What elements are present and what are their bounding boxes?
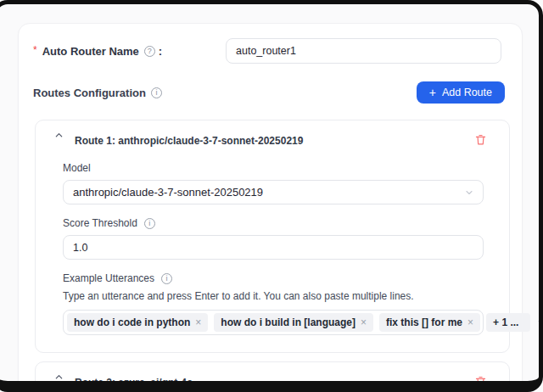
question-circle-icon[interactable]: ? xyxy=(144,46,155,57)
tag-remove-icon[interactable]: × xyxy=(195,316,201,328)
utterance-tag-label: how do i build in [language] xyxy=(221,316,355,328)
info-circle-icon[interactable]: i xyxy=(144,218,155,229)
example-utterances-label-text: Example Utterances xyxy=(63,272,154,284)
route-1-body: Model anthropic/claude-3-7-sonnet-202502… xyxy=(53,162,489,335)
label-colon: : xyxy=(159,45,162,58)
tag-remove-icon[interactable]: × xyxy=(467,316,473,328)
routes-configuration-label: Routes Configuration xyxy=(33,87,146,99)
utterance-tag-label: how do i code in python xyxy=(74,316,190,328)
plus-icon: + xyxy=(429,87,436,98)
score-threshold-label-text: Score Threshold xyxy=(63,217,137,229)
chevron-down-icon xyxy=(464,188,474,198)
model-label-text: Model xyxy=(63,162,91,174)
routes-configuration-label-group: Routes Configuration i xyxy=(33,87,162,99)
score-threshold-label: Score Threshold i xyxy=(63,217,484,229)
route-card-1: Route 1: anthropic/claude-3-7-sonnet-202… xyxy=(35,120,510,353)
add-route-button[interactable]: + Add Route xyxy=(417,81,505,104)
delete-route-1-trash-icon[interactable] xyxy=(473,132,489,148)
delete-route-2-trash-icon[interactable] xyxy=(473,373,489,389)
tag-remove-icon[interactable]: × xyxy=(361,316,367,328)
route-2-header: Route 2: azure_ai/gpt-4o xyxy=(53,371,489,389)
utterance-tag: how do i code in python × xyxy=(67,313,208,332)
utterances-tags-input[interactable]: how do i code in python × how do i build… xyxy=(63,310,484,335)
auto-router-form-card: * Auto Router Name ? : Routes Configurat… xyxy=(18,23,523,392)
more-tags-badge[interactable]: + 1 ... xyxy=(486,313,530,332)
model-select-value: anthropic/claude-3-7-sonnet-20250219 xyxy=(73,186,263,199)
page-background: * Auto Router Name ? : Routes Configurat… xyxy=(0,0,543,392)
auto-router-name-row: * Auto Router Name ? : xyxy=(19,24,522,64)
route-card-2: Route 2: azure_ai/gpt-4o xyxy=(35,361,510,392)
chevron-down-icon xyxy=(536,317,543,328)
route-1-header: Route 1: anthropic/claude-3-7-sonnet-202… xyxy=(53,129,489,148)
utterance-tag: how do i build in [language] × xyxy=(214,313,373,332)
utterances-help-text: Type an utterance and press Enter to add… xyxy=(63,290,484,302)
route-2-title: Route 2: azure_ai/gpt-4o xyxy=(75,377,193,389)
routes-configuration-row: Routes Configuration i + Add Route xyxy=(19,64,522,104)
auto-router-name-label-group: * Auto Router Name ? : xyxy=(33,45,162,58)
required-asterisk: * xyxy=(33,44,37,56)
route-1-title: Route 1: anthropic/claude-3-7-sonnet-202… xyxy=(75,135,303,147)
score-threshold-input[interactable] xyxy=(63,235,484,260)
example-utterances-label: Example Utterances i xyxy=(63,272,484,284)
collapse-chevron-up-icon[interactable] xyxy=(53,371,65,384)
info-circle-icon[interactable]: i xyxy=(151,87,162,98)
utterance-tag-label: fix this [] for me xyxy=(386,316,462,328)
collapse-chevron-up-icon[interactable] xyxy=(53,129,65,142)
auto-router-name-input[interactable] xyxy=(226,38,501,64)
utterance-tag: fix this [] for me × xyxy=(379,313,480,332)
info-circle-icon[interactable]: i xyxy=(161,273,172,284)
model-select[interactable]: anthropic/claude-3-7-sonnet-20250219 xyxy=(63,180,484,204)
add-route-button-label: Add Route xyxy=(442,87,492,98)
model-label: Model xyxy=(63,162,484,174)
auto-router-name-label: Auto Router Name xyxy=(42,45,139,58)
